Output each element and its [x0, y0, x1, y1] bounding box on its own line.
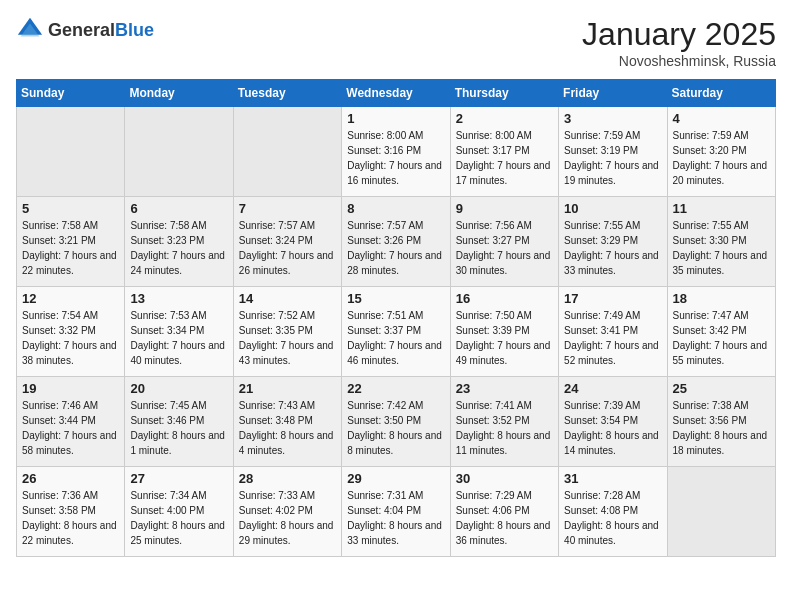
day-info: Sunrise: 7:31 AMSunset: 4:04 PMDaylight:… [347, 490, 442, 546]
header-sunday: Sunday [17, 80, 125, 107]
day-number: 1 [347, 111, 444, 126]
table-row: 28Sunrise: 7:33 AMSunset: 4:02 PMDayligh… [233, 467, 341, 557]
day-info: Sunrise: 7:49 AMSunset: 3:41 PMDaylight:… [564, 310, 659, 366]
logo: GeneralBlue [16, 16, 154, 44]
page-header: GeneralBlue January 2025 Novosheshminsk,… [16, 16, 776, 69]
day-number: 26 [22, 471, 119, 486]
day-number: 27 [130, 471, 227, 486]
day-info: Sunrise: 7:45 AMSunset: 3:46 PMDaylight:… [130, 400, 225, 456]
day-number: 10 [564, 201, 661, 216]
calendar-body: 1Sunrise: 8:00 AMSunset: 3:16 PMDaylight… [17, 107, 776, 557]
table-row: 5Sunrise: 7:58 AMSunset: 3:21 PMDaylight… [17, 197, 125, 287]
day-info: Sunrise: 7:38 AMSunset: 3:56 PMDaylight:… [673, 400, 768, 456]
table-row: 10Sunrise: 7:55 AMSunset: 3:29 PMDayligh… [559, 197, 667, 287]
table-row: 9Sunrise: 7:56 AMSunset: 3:27 PMDaylight… [450, 197, 558, 287]
day-info: Sunrise: 7:53 AMSunset: 3:34 PMDaylight:… [130, 310, 225, 366]
day-number: 7 [239, 201, 336, 216]
calendar-subtitle: Novosheshminsk, Russia [582, 53, 776, 69]
table-row [233, 107, 341, 197]
table-row: 19Sunrise: 7:46 AMSunset: 3:44 PMDayligh… [17, 377, 125, 467]
table-row: 13Sunrise: 7:53 AMSunset: 3:34 PMDayligh… [125, 287, 233, 377]
day-number: 18 [673, 291, 770, 306]
day-info: Sunrise: 7:47 AMSunset: 3:42 PMDaylight:… [673, 310, 768, 366]
table-row: 17Sunrise: 7:49 AMSunset: 3:41 PMDayligh… [559, 287, 667, 377]
day-number: 25 [673, 381, 770, 396]
table-row: 2Sunrise: 8:00 AMSunset: 3:17 PMDaylight… [450, 107, 558, 197]
day-info: Sunrise: 7:29 AMSunset: 4:06 PMDaylight:… [456, 490, 551, 546]
header-wednesday: Wednesday [342, 80, 450, 107]
day-info: Sunrise: 7:52 AMSunset: 3:35 PMDaylight:… [239, 310, 334, 366]
day-number: 23 [456, 381, 553, 396]
day-number: 2 [456, 111, 553, 126]
table-row: 27Sunrise: 7:34 AMSunset: 4:00 PMDayligh… [125, 467, 233, 557]
day-info: Sunrise: 7:51 AMSunset: 3:37 PMDaylight:… [347, 310, 442, 366]
day-number: 13 [130, 291, 227, 306]
table-row [667, 467, 775, 557]
table-row: 7Sunrise: 7:57 AMSunset: 3:24 PMDaylight… [233, 197, 341, 287]
day-number: 19 [22, 381, 119, 396]
table-row: 22Sunrise: 7:42 AMSunset: 3:50 PMDayligh… [342, 377, 450, 467]
table-row: 3Sunrise: 7:59 AMSunset: 3:19 PMDaylight… [559, 107, 667, 197]
table-row: 12Sunrise: 7:54 AMSunset: 3:32 PMDayligh… [17, 287, 125, 377]
table-row: 25Sunrise: 7:38 AMSunset: 3:56 PMDayligh… [667, 377, 775, 467]
day-info: Sunrise: 7:46 AMSunset: 3:44 PMDaylight:… [22, 400, 117, 456]
table-row: 15Sunrise: 7:51 AMSunset: 3:37 PMDayligh… [342, 287, 450, 377]
calendar-table: Sunday Monday Tuesday Wednesday Thursday… [16, 79, 776, 557]
day-number: 21 [239, 381, 336, 396]
table-row: 24Sunrise: 7:39 AMSunset: 3:54 PMDayligh… [559, 377, 667, 467]
table-row: 26Sunrise: 7:36 AMSunset: 3:58 PMDayligh… [17, 467, 125, 557]
table-row: 14Sunrise: 7:52 AMSunset: 3:35 PMDayligh… [233, 287, 341, 377]
day-number: 4 [673, 111, 770, 126]
day-info: Sunrise: 7:58 AMSunset: 3:21 PMDaylight:… [22, 220, 117, 276]
table-row: 31Sunrise: 7:28 AMSunset: 4:08 PMDayligh… [559, 467, 667, 557]
day-number: 3 [564, 111, 661, 126]
day-info: Sunrise: 7:58 AMSunset: 3:23 PMDaylight:… [130, 220, 225, 276]
calendar-title: January 2025 [582, 16, 776, 53]
table-row [125, 107, 233, 197]
day-info: Sunrise: 7:28 AMSunset: 4:08 PMDaylight:… [564, 490, 659, 546]
day-info: Sunrise: 8:00 AMSunset: 3:17 PMDaylight:… [456, 130, 551, 186]
header-thursday: Thursday [450, 80, 558, 107]
calendar-header: Sunday Monday Tuesday Wednesday Thursday… [17, 80, 776, 107]
day-number: 15 [347, 291, 444, 306]
table-row: 29Sunrise: 7:31 AMSunset: 4:04 PMDayligh… [342, 467, 450, 557]
table-row: 8Sunrise: 7:57 AMSunset: 3:26 PMDaylight… [342, 197, 450, 287]
day-number: 16 [456, 291, 553, 306]
table-row: 21Sunrise: 7:43 AMSunset: 3:48 PMDayligh… [233, 377, 341, 467]
title-block: January 2025 Novosheshminsk, Russia [582, 16, 776, 69]
day-number: 31 [564, 471, 661, 486]
day-info: Sunrise: 7:57 AMSunset: 3:24 PMDaylight:… [239, 220, 334, 276]
table-row: 30Sunrise: 7:29 AMSunset: 4:06 PMDayligh… [450, 467, 558, 557]
table-row: 1Sunrise: 8:00 AMSunset: 3:16 PMDaylight… [342, 107, 450, 197]
header-saturday: Saturday [667, 80, 775, 107]
day-number: 22 [347, 381, 444, 396]
header-tuesday: Tuesday [233, 80, 341, 107]
day-info: Sunrise: 7:33 AMSunset: 4:02 PMDaylight:… [239, 490, 334, 546]
day-info: Sunrise: 7:42 AMSunset: 3:50 PMDaylight:… [347, 400, 442, 456]
day-info: Sunrise: 7:55 AMSunset: 3:29 PMDaylight:… [564, 220, 659, 276]
day-info: Sunrise: 7:55 AMSunset: 3:30 PMDaylight:… [673, 220, 768, 276]
day-number: 24 [564, 381, 661, 396]
day-info: Sunrise: 7:41 AMSunset: 3:52 PMDaylight:… [456, 400, 551, 456]
table-row [17, 107, 125, 197]
day-info: Sunrise: 7:56 AMSunset: 3:27 PMDaylight:… [456, 220, 551, 276]
logo-blue: Blue [115, 20, 154, 40]
day-number: 14 [239, 291, 336, 306]
day-info: Sunrise: 7:59 AMSunset: 3:19 PMDaylight:… [564, 130, 659, 186]
table-row: 16Sunrise: 7:50 AMSunset: 3:39 PMDayligh… [450, 287, 558, 377]
day-info: Sunrise: 7:43 AMSunset: 3:48 PMDaylight:… [239, 400, 334, 456]
day-info: Sunrise: 7:54 AMSunset: 3:32 PMDaylight:… [22, 310, 117, 366]
day-info: Sunrise: 7:50 AMSunset: 3:39 PMDaylight:… [456, 310, 551, 366]
header-friday: Friday [559, 80, 667, 107]
day-info: Sunrise: 7:39 AMSunset: 3:54 PMDaylight:… [564, 400, 659, 456]
day-number: 20 [130, 381, 227, 396]
day-info: Sunrise: 7:59 AMSunset: 3:20 PMDaylight:… [673, 130, 768, 186]
day-number: 11 [673, 201, 770, 216]
logo-general: General [48, 20, 115, 40]
table-row: 6Sunrise: 7:58 AMSunset: 3:23 PMDaylight… [125, 197, 233, 287]
table-row: 4Sunrise: 7:59 AMSunset: 3:20 PMDaylight… [667, 107, 775, 197]
day-number: 6 [130, 201, 227, 216]
day-info: Sunrise: 7:34 AMSunset: 4:00 PMDaylight:… [130, 490, 225, 546]
day-number: 29 [347, 471, 444, 486]
day-number: 5 [22, 201, 119, 216]
